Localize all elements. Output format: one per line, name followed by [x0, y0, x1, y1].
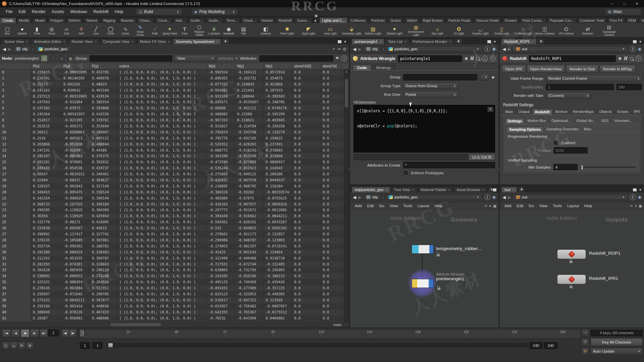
back-icon[interactable]: ◀ [502, 47, 506, 52]
enabled-checkbox[interactable] [553, 140, 558, 145]
shelf-tab-oceans[interactable]: Oceans [502, 17, 519, 23]
vertices-toggle[interactable]: ⋮ [50, 55, 56, 62]
column-header-p-z[interactable]: P[z] [90, 63, 117, 69]
table-row[interactable]: 100.26611-0.05888610.360467[ (1.0, 0.0, … [0, 129, 344, 135]
table-row[interactable]: 150.301281-0.0700010.392032[ (1.0, 0.0, … [0, 159, 344, 165]
wrench-icon[interactable]: ✂ [630, 204, 633, 208]
link-badge[interactable]: 1 [484, 194, 490, 200]
tool-spray-paint[interactable]: ✦Spray Paint [162, 25, 177, 35]
scroll-up-icon[interactable]: ▲ [345, 69, 348, 74]
back-icon[interactable]: ◀ [502, 195, 506, 200]
node-name-field[interactable]: Redshift_ROP1 [529, 55, 616, 62]
grid-icon[interactable]: ▦ [493, 204, 496, 208]
pin-icon[interactable]: ◉ [492, 195, 496, 199]
vex-code-editor[interactable]: v[]@colors = {{1,0,0},{0,1,0},{0,0,1}}; … [354, 105, 495, 153]
link-badge[interactable]: 2 [630, 194, 636, 200]
open-ipr-button[interactable]: Open IPR [502, 65, 526, 73]
tool-gi-light[interactable]: ❂GI Light [448, 25, 470, 35]
tool-circle[interactable]: ◯Circle [103, 25, 118, 35]
close-icon[interactable]: × [26, 40, 28, 44]
link-badge[interactable]: 2 [630, 46, 636, 52]
shelf-tab-guide[interactable]: Guide... [206, 17, 224, 23]
shelf-tab-terra[interactable]: Terra... [224, 17, 240, 23]
audio-icon[interactable]: ⚍ [10, 342, 17, 349]
forward-icon[interactable]: ▶ [508, 47, 511, 52]
shelf-tab-modify[interactable]: Modify [16, 17, 32, 23]
close-icon[interactable]: × [216, 40, 218, 44]
shelf-add-left-button[interactable]: ✚ ▾ [313, 14, 319, 23]
node-name-field[interactable]: pointwrangle1 [398, 55, 462, 62]
group-dropdown-icon[interactable]: ▼ [480, 74, 489, 80]
shelf-tab-polygon[interactable]: Polygon [48, 17, 66, 23]
tool-platonic-solids[interactable]: ⬠Platonic Solids [192, 24, 207, 37]
timeline-ruler[interactable]: 24487296120144168192216240 [84, 329, 581, 339]
shelf-tab-fem[interactable]: FEM [626, 17, 638, 23]
table-row[interactable]: 10.2397410.001463950.460978[ (1.0, 0.0, … [0, 75, 344, 81]
pane-tab-obj-particles-geo[interactable]: /obj/particles_geo× [352, 187, 390, 192]
tab-sampling-overrides[interactable]: Sampling Overrides [543, 126, 581, 132]
tool-volume-light[interactable]: ▨Volume Light [362, 25, 384, 35]
close-icon[interactable]: × [63, 40, 65, 44]
breadcrumb-particles-geo[interactable]: particles_geo [36, 46, 70, 52]
breadcrumb-obj[interactable]: obj [13, 46, 30, 52]
pin-icon[interactable]: ◉ [492, 47, 496, 51]
playback-start-field[interactable]: 1 [93, 342, 103, 349]
pane-tab-scene-view[interactable]: Scene View× [1, 39, 31, 44]
table-row[interactable]: 190.328167-0.0918430.317149[ (1.0, 0.0, … [0, 183, 344, 189]
shelf-tab-volume[interactable]: Volume [258, 17, 275, 23]
refresh-icon[interactable]: ⟳ [582, 348, 589, 355]
pane-tab-out[interactable]: /out× [501, 187, 517, 192]
tool-geometry-light[interactable]: ⬙Geometry Light [341, 25, 362, 35]
key-icon[interactable]: ⚿ [582, 339, 589, 346]
network-menu-layout[interactable]: Layout [415, 203, 432, 208]
shelf-tab-fluid-contai[interactable]: Fluid Contai... [520, 17, 547, 23]
help-icon[interactable]: ? [636, 56, 641, 61]
new-tab-button[interactable]: ✚ [488, 186, 492, 192]
table-row[interactable]: 210.341354-0.0960290.390144[ (1.0, 0.0, … [0, 195, 344, 201]
key-all-channels-button[interactable]: Key All Channels [591, 338, 643, 346]
network-menu-edit[interactable]: Edit [364, 203, 376, 208]
tab-misc[interactable]: Misc [581, 126, 594, 132]
select-arrow-icon[interactable]: ➤ [491, 75, 495, 80]
close-icon[interactable]: × [385, 188, 387, 192]
maximize-button[interactable]: □ [620, 1, 630, 7]
shelf-tab-viscous-fluids[interactable]: Viscous Fluids [474, 17, 502, 23]
help-icon[interactable]: ? [490, 56, 496, 61]
min-samples-field[interactable]: 4 [553, 164, 578, 170]
close-icon[interactable]: × [168, 40, 170, 44]
list-icon[interactable]: ≡ [635, 204, 637, 208]
tool-switcher[interactable]: ⇄Switcher [577, 25, 598, 35]
tool-grid[interactable]: ▱Grid [59, 25, 74, 35]
close-icon[interactable]: × [405, 40, 407, 44]
table-row[interactable]: 180.32404-0.084170.364627[ (1.0, 0.0, 0.… [0, 177, 344, 183]
table-row[interactable]: 350.325331-0.0884540.264568[ (1.0, 0.0, … [0, 279, 344, 285]
table-row[interactable]: 40.237313-0.003539030.419534[ (1.0, 0.0,… [0, 94, 344, 100]
shelf-tab-const[interactable]: Const... [155, 17, 172, 23]
menu-assets[interactable]: Assets [49, 8, 67, 15]
start-field[interactable]: 1 [546, 84, 614, 90]
tool-distant-light[interactable]: ✦Distant Light [384, 25, 405, 35]
view-dropdown[interactable]: View▼ [174, 55, 216, 62]
close-icon[interactable]: × [449, 40, 451, 44]
shelf-tab-particle-fluids[interactable]: Particle Fluids [446, 17, 473, 23]
pane-tab-render-view[interactable]: Render View× [68, 39, 100, 44]
jump-to-end-button[interactable]: ▶| [40, 329, 48, 337]
list-icon[interactable]: ≡ [489, 204, 491, 208]
take-dropdown[interactable]: (Current)▲▼ [546, 92, 591, 99]
tool-sky-light[interactable]: ☼Sky Light [427, 25, 448, 35]
pane-menu-icon[interactable]: ▼ [639, 40, 642, 44]
network-menu-edit[interactable]: Edit [514, 203, 526, 208]
render-to-disk-button[interactable]: Render to Disk [566, 65, 598, 73]
tool-font[interactable]: TFont [177, 25, 192, 35]
tool-ambient-light[interactable]: ◌Ambient Light [513, 25, 534, 35]
auto-update-dropdown[interactable]: Auto Update▼ [591, 348, 643, 355]
tool-spot-light[interactable]: ◤Spot Light [298, 25, 319, 35]
forward-icon[interactable]: ▶ [508, 195, 511, 200]
pointwrangle-node[interactable] [412, 279, 434, 288]
tool-box[interactable]: ▢Box [0, 25, 15, 35]
pane-tab-composite-view[interactable]: Composite View× [100, 39, 137, 44]
pane-tab-performance-monitor[interactable]: Performance Monitor× [410, 39, 454, 44]
shelf-tab-hair[interactable]: Hair... [173, 17, 187, 23]
tool-draw-curve[interactable]: ✎Draw Curve [133, 24, 148, 37]
network-menu-help[interactable]: Help [582, 203, 595, 208]
